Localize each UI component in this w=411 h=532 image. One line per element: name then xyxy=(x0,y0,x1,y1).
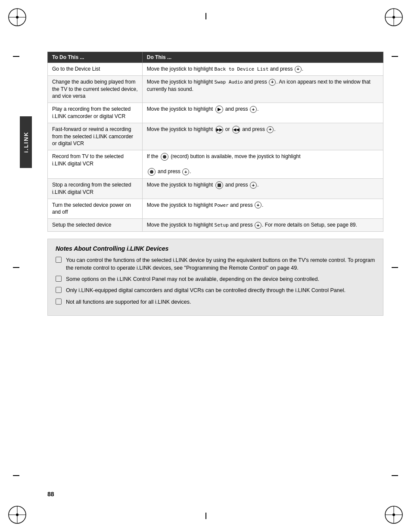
notes-list: You can control the functions of the sel… xyxy=(56,256,375,306)
table-cell-action: Setup the selected device xyxy=(48,219,143,232)
list-item: You can control the functions of the sel… xyxy=(56,256,375,272)
tick-mark xyxy=(392,475,398,476)
enter-button-icon xyxy=(267,126,274,133)
tick-mark xyxy=(13,56,19,57)
ff-icon: ▶▶ xyxy=(215,126,223,134)
tick-mark xyxy=(392,56,398,57)
table-cell-action: Record from TV to the selected i.LINK di… xyxy=(48,150,143,179)
table-cell-instruction: Move the joystick to highlight Setup and… xyxy=(142,219,383,232)
table-cell-action: Stop a recording from the selected i.LIN… xyxy=(48,179,143,199)
enter-button-icon xyxy=(255,222,262,229)
list-item: Some options on the i.LINK Control Panel… xyxy=(56,275,375,283)
table-header-col1: To Do This ... xyxy=(48,52,143,63)
table-row: Stop a recording from the selected i.LIN… xyxy=(48,179,383,199)
record-icon xyxy=(161,153,168,161)
table-cell-action: Change the audio being played from the T… xyxy=(48,75,143,103)
ilink-tab: i.LINK xyxy=(20,116,32,168)
svg-point-7 xyxy=(392,16,395,19)
tick-mark xyxy=(206,513,206,519)
enter-button-icon xyxy=(182,168,189,175)
page-number: 88 xyxy=(47,491,54,498)
table-cell-action: Turn the selected device power on and of… xyxy=(48,199,143,219)
table-row: Setup the selected device Move the joyst… xyxy=(48,219,383,232)
table-cell-instruction: If the (record) button is available, mov… xyxy=(142,150,383,179)
tick-mark xyxy=(206,13,206,19)
enter-button-icon xyxy=(250,182,257,189)
table-header-col2: Do This ... xyxy=(142,52,383,63)
ilink-tab-label: i.LINK xyxy=(23,131,29,153)
main-content: To Do This ... Do This ... Go to the Dev… xyxy=(47,52,383,316)
enter-button-icon xyxy=(250,106,257,113)
enter-button-icon xyxy=(269,79,276,86)
table-cell-instruction: Move the joystick to highlight and press… xyxy=(142,179,383,199)
table-cell-action: Play a recording from the selected i.LIN… xyxy=(48,103,143,123)
list-item-text: Only i.LINK-equipped digital camcorders … xyxy=(66,286,346,294)
table-cell-action: Fast-forward or rewind a recording from … xyxy=(48,123,143,150)
notes-title: Notes About Controlling i.LINK Devices xyxy=(56,245,375,252)
table-row: Go to the Device List Move the joystick … xyxy=(48,63,383,76)
table-cell-instruction: Move the joystick to highlight Swap Audi… xyxy=(142,75,383,103)
table-cell-action: Go to the Device List xyxy=(48,63,143,76)
table-cell-instruction: Move the joystick to highlight ▶ and pre… xyxy=(142,103,383,123)
list-item-text: You can control the functions of the sel… xyxy=(66,256,375,272)
corner-decoration-tl xyxy=(4,4,30,30)
table-row: Play a recording from the selected i.LIN… xyxy=(48,103,383,123)
play-icon: ▶ xyxy=(215,106,223,113)
table-row: Fast-forward or rewind a recording from … xyxy=(48,123,383,150)
table-row: Change the audio being played from the T… xyxy=(48,75,383,103)
checkbox-icon xyxy=(56,299,62,305)
corner-decoration-br xyxy=(381,502,407,528)
svg-point-3 xyxy=(16,16,19,19)
table-cell-instruction: Move the joystick to highlight ▶▶ or ◀◀ … xyxy=(142,123,383,150)
checkbox-icon xyxy=(56,287,62,293)
tick-mark xyxy=(13,475,19,476)
list-item: Only i.LINK-equipped digital camcorders … xyxy=(56,286,375,294)
corner-decoration-bl xyxy=(4,502,30,528)
table-row: Turn the selected device power on and of… xyxy=(48,199,383,219)
instruction-table: To Do This ... Do This ... Go to the Dev… xyxy=(47,52,383,232)
checkbox-icon xyxy=(56,257,62,263)
stop-icon xyxy=(215,181,223,189)
notes-section: Notes About Controlling i.LINK Devices Y… xyxy=(47,239,383,316)
list-item: Not all functions are supported for all … xyxy=(56,298,375,306)
enter-button-icon xyxy=(295,66,302,73)
checkbox-icon xyxy=(56,276,62,282)
tick-mark xyxy=(13,267,19,268)
record-icon-2 xyxy=(148,168,156,176)
table-cell-instruction: Move the joystick to highlight Power and… xyxy=(142,199,383,219)
rw-icon: ◀◀ xyxy=(232,126,240,134)
enter-button-icon xyxy=(255,202,262,208)
corner-decoration-tr xyxy=(381,4,407,30)
svg-point-11 xyxy=(16,513,19,516)
list-item-text: Not all functions are supported for all … xyxy=(66,298,191,306)
table-cell-instruction: Move the joystick to highlight Back to D… xyxy=(142,63,383,76)
table-row: Record from TV to the selected i.LINK di… xyxy=(48,150,383,179)
svg-point-15 xyxy=(392,513,395,516)
tick-mark xyxy=(392,267,398,268)
list-item-text: Some options on the i.LINK Control Panel… xyxy=(66,275,319,283)
